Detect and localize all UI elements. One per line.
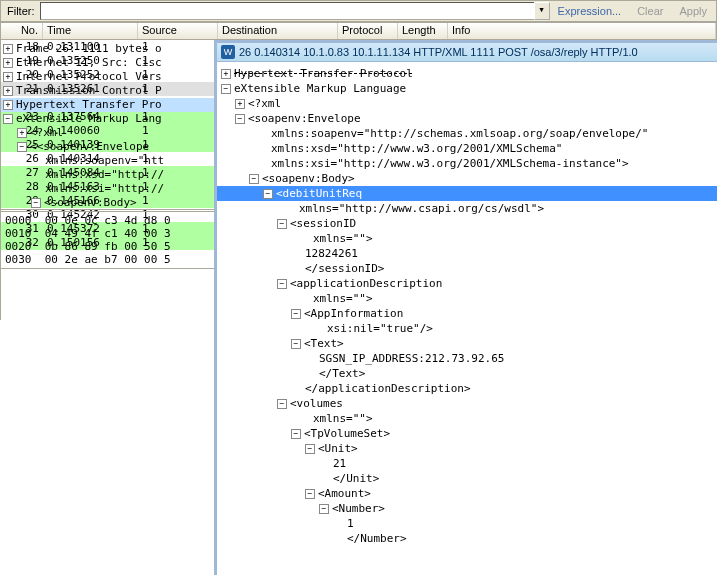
expand-icon[interactable]: + xyxy=(3,86,13,96)
popup-titlebar[interactable]: W 26 0.140314 10.1.0.83 10.1.11.134 HTTP… xyxy=(217,43,717,62)
wireshark-icon: W xyxy=(221,45,235,59)
col-length[interactable]: Length xyxy=(398,23,448,39)
hex-dump[interactable]: 0000 00 0e 0c c3 4d d8 0 0010 04 49 4f c… xyxy=(0,211,224,269)
filter-label: Filter: xyxy=(2,5,40,17)
expand-icon[interactable]: + xyxy=(3,72,13,82)
collapse-icon[interactable]: − xyxy=(221,84,231,94)
filter-bar: Filter: ▾ Expression... Clear Apply xyxy=(0,0,717,22)
col-protocol[interactable]: Protocol xyxy=(338,23,398,39)
col-time[interactable]: Time xyxy=(43,23,138,39)
apply-button[interactable]: Apply xyxy=(671,5,715,17)
collapse-icon[interactable]: − xyxy=(235,114,245,124)
collapse-icon[interactable]: − xyxy=(17,142,27,152)
expression-button[interactable]: Expression... xyxy=(550,5,630,17)
popup-title: 26 0.140314 10.1.0.83 10.1.11.134 HTTP/X… xyxy=(239,46,638,58)
clear-button[interactable]: Clear xyxy=(629,5,671,17)
popup-tree[interactable]: +Hypertext Transfer Protocol −eXtensible… xyxy=(217,62,717,574)
collapse-icon[interactable]: − xyxy=(305,489,315,499)
expand-icon[interactable]: + xyxy=(3,44,13,54)
collapse-icon[interactable]: − xyxy=(291,339,301,349)
collapse-icon[interactable]: − xyxy=(31,198,41,208)
collapse-icon[interactable]: − xyxy=(249,174,259,184)
collapse-icon[interactable]: − xyxy=(3,114,13,124)
collapse-icon[interactable]: − xyxy=(291,429,301,439)
expand-icon[interactable]: + xyxy=(3,58,13,68)
detail-popup[interactable]: W 26 0.140314 10.1.0.83 10.1.11.134 HTTP… xyxy=(214,40,717,575)
col-source[interactable]: Source xyxy=(138,23,218,39)
collapse-icon[interactable]: − xyxy=(277,219,287,229)
collapse-icon[interactable]: − xyxy=(263,189,273,199)
col-no[interactable]: No. xyxy=(1,23,43,39)
collapse-icon[interactable]: − xyxy=(305,444,315,454)
collapse-icon[interactable]: − xyxy=(277,399,287,409)
expand-icon[interactable]: + xyxy=(3,100,13,110)
col-info[interactable]: Info xyxy=(448,23,716,39)
details-tree-upper[interactable]: +Frame 26: 1111 bytes o +Ethernet II, Sr… xyxy=(0,40,224,210)
col-destination[interactable]: Destination xyxy=(218,23,338,39)
collapse-icon[interactable]: − xyxy=(277,279,287,289)
filter-dropdown-icon[interactable]: ▾ xyxy=(534,2,550,20)
expand-icon[interactable]: + xyxy=(17,128,27,138)
expand-icon[interactable]: + xyxy=(221,69,231,79)
expand-icon[interactable]: + xyxy=(235,99,245,109)
filter-input[interactable] xyxy=(40,2,535,20)
collapse-icon[interactable]: − xyxy=(319,504,329,514)
collapse-icon[interactable]: − xyxy=(291,309,301,319)
table-header: No. Time Source Destination Protocol Len… xyxy=(0,22,717,40)
